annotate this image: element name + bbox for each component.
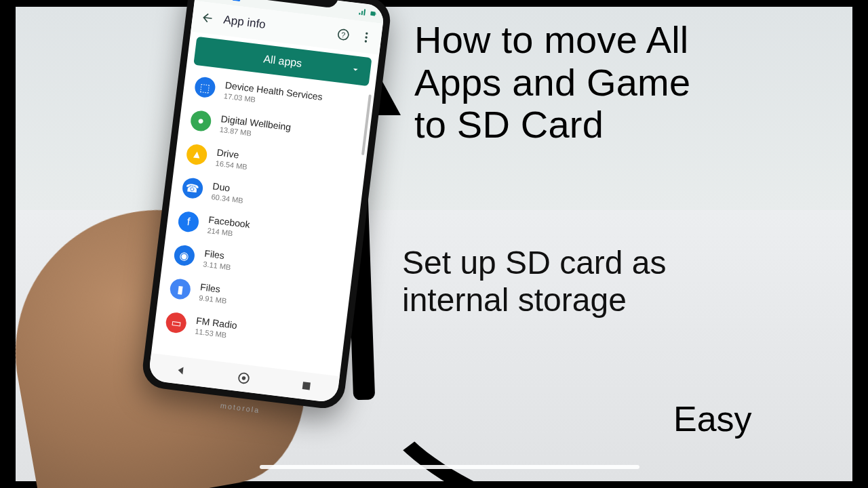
nav-home-icon[interactable]	[235, 370, 252, 387]
overflow-icon[interactable]	[359, 30, 374, 45]
subheadline: Set up SD card as internal storage	[402, 244, 850, 319]
headline-line-2: Apps and Game	[414, 62, 835, 104]
help-icon[interactable]: ?	[336, 27, 351, 42]
svg-point-10	[241, 376, 245, 380]
app-icon: ☎	[181, 177, 203, 199]
app-icon: ◉	[173, 244, 195, 266]
subheadline-line-2: internal storage	[402, 281, 850, 319]
facebook-icon	[233, 0, 241, 1]
app-size: 9.91 MB	[199, 293, 227, 305]
headline-line-3: to SD Card	[414, 104, 835, 146]
nav-recent-icon[interactable]	[298, 378, 315, 394]
svg-rect-11	[302, 382, 311, 390]
svg-point-8	[365, 40, 368, 43]
video-thumbnail: How to move All Apps and Game to SD Card…	[16, 7, 852, 481]
svg-point-7	[365, 36, 368, 39]
nav-back-icon[interactable]	[173, 362, 190, 379]
back-icon[interactable]	[200, 10, 215, 25]
app-icon: ⬚	[194, 76, 216, 98]
video-progress-bar[interactable]	[260, 465, 639, 469]
svg-rect-2	[370, 12, 376, 16]
headline-line-1: How to move All	[414, 19, 835, 62]
app-icon: ▮	[169, 278, 191, 300]
chevron-down-icon	[349, 64, 361, 76]
headline: How to move All Apps and Game to SD Card	[414, 19, 835, 146]
dropdown-label: All apps	[263, 53, 303, 70]
signal-icon	[358, 8, 367, 17]
app-list[interactable]: ⬚Device Health Services17.03 MB●Digital …	[151, 68, 375, 376]
easy-label: Easy	[673, 399, 752, 439]
app-icon: f	[177, 211, 199, 233]
phone-screen: 9:35	[148, 0, 385, 403]
svg-text:?: ?	[341, 30, 346, 39]
app-icon: ●	[190, 110, 212, 132]
app-icon: ▲	[185, 143, 208, 165]
svg-rect-1	[233, 0, 241, 1]
battery-icon	[369, 9, 378, 18]
app-size: 3.11 MB	[203, 260, 231, 271]
app-icon: ▭	[165, 311, 187, 333]
svg-point-6	[366, 33, 368, 35]
subheadline-line-1: Set up SD card as	[402, 244, 850, 281]
page-title: App info	[222, 13, 328, 39]
